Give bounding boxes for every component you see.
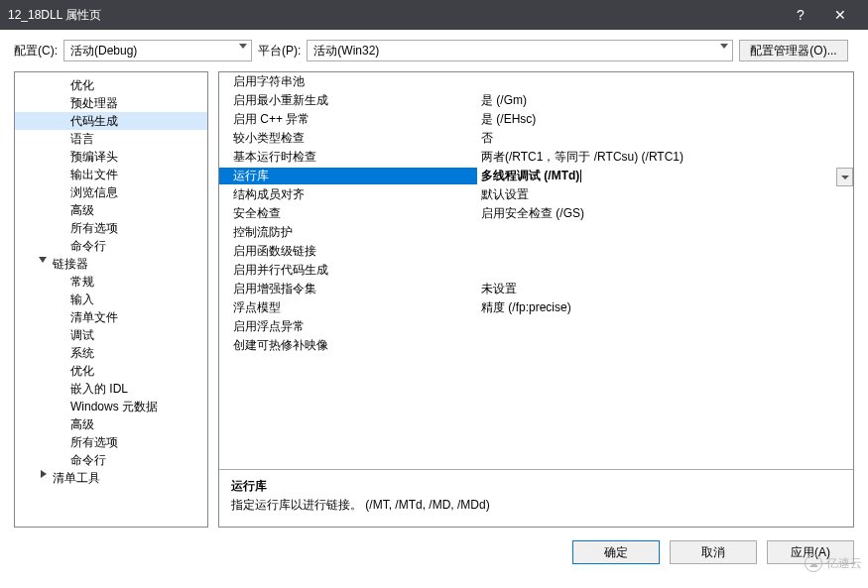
tree-item-label: 优化 xyxy=(70,78,94,92)
chevron-down-icon xyxy=(720,44,728,49)
config-toolbar: 配置(C): 活动(Debug) 平台(P): 活动(Win32) 配置管理器(… xyxy=(0,30,868,71)
dialog-footer: 确定 取消 应用(A) xyxy=(0,528,868,577)
tree-item[interactable]: 高级 xyxy=(15,415,207,433)
property-name: 启用最小重新生成 xyxy=(219,92,477,109)
tree-item-label: 嵌入的 IDL xyxy=(70,382,128,396)
property-row[interactable]: 启用增强指令集未设置 xyxy=(219,280,853,298)
ok-button[interactable]: 确定 xyxy=(572,540,660,564)
property-row[interactable]: 浮点模型精度 (/fp:precise) xyxy=(219,298,853,317)
property-name: 启用函数级链接 xyxy=(219,243,477,260)
platform-label: 平台(P): xyxy=(258,43,301,59)
property-value[interactable]: 精度 (/fp:precise) xyxy=(477,299,853,316)
property-row[interactable]: 创建可热修补映像 xyxy=(219,336,853,355)
category-tree[interactable]: 优化预处理器代码生成语言预编译头输出文件浏览信息高级所有选项命令行链接器常规输入… xyxy=(14,71,208,528)
property-value[interactable]: 是 (/Gm) xyxy=(477,92,853,109)
property-value[interactable]: 未设置 xyxy=(477,281,853,297)
caret-down-icon xyxy=(39,257,47,263)
tree-item[interactable]: 优化 xyxy=(15,76,207,94)
platform-value: 活动(Win32) xyxy=(313,43,710,59)
property-value[interactable]: 多线程调试 (/MTd) xyxy=(477,168,853,184)
tree-item[interactable]: 所有选项 xyxy=(15,433,207,451)
property-value[interactable]: 默认设置 xyxy=(477,186,853,203)
property-row[interactable]: 较小类型检查否 xyxy=(219,129,853,148)
apply-button[interactable]: 应用(A) xyxy=(767,540,854,564)
property-row[interactable]: 控制流防护 xyxy=(219,223,853,242)
property-row[interactable]: 启用字符串池 xyxy=(219,72,853,91)
config-value: 活动(Debug) xyxy=(70,43,229,59)
property-name: 启用 C++ 异常 xyxy=(219,111,477,128)
tree-item[interactable]: 代码生成 xyxy=(15,112,207,130)
config-dropdown[interactable]: 活动(Debug) xyxy=(63,40,252,61)
tree-item-label: 浏览信息 xyxy=(70,185,118,199)
property-name: 启用浮点异常 xyxy=(219,318,477,335)
tree-item[interactable]: 常规 xyxy=(15,273,207,291)
property-grid: 启用字符串池启用最小重新生成是 (/Gm)启用 C++ 异常是 (/EHsc)较… xyxy=(219,72,853,469)
tree-item[interactable]: 命令行 xyxy=(15,237,207,255)
tree-item-label: 高级 xyxy=(70,417,94,431)
tree-item-label: 清单工具 xyxy=(53,471,100,485)
config-label: 配置(C): xyxy=(14,43,58,59)
tree-item[interactable]: 预编译头 xyxy=(15,148,207,166)
property-name: 安全检查 xyxy=(219,205,477,222)
tree-item[interactable]: 高级 xyxy=(15,201,207,219)
tree-item-label: 预编译头 xyxy=(70,150,118,164)
help-button[interactable]: ? xyxy=(781,7,820,23)
property-name: 较小类型检查 xyxy=(219,130,477,147)
property-name: 运行库 xyxy=(219,168,477,184)
tree-item-label: Windows 元数据 xyxy=(70,400,158,413)
platform-dropdown[interactable]: 活动(Win32) xyxy=(307,40,733,61)
tree-item[interactable]: 命令行 xyxy=(15,451,207,469)
property-value[interactable]: 启用安全检查 (/GS) xyxy=(477,205,853,222)
property-value[interactable]: 否 xyxy=(477,130,853,147)
title-bar: 12_18DLL 属性页 ? ✕ xyxy=(0,0,868,30)
tree-item[interactable]: 清单文件 xyxy=(15,308,207,326)
property-value[interactable]: 是 (/EHsc) xyxy=(477,111,853,128)
tree-item-label: 链接器 xyxy=(53,257,88,271)
property-row[interactable]: 启用最小重新生成是 (/Gm) xyxy=(219,91,853,110)
tree-item[interactable]: 输出文件 xyxy=(15,166,207,183)
chevron-down-icon xyxy=(239,44,247,49)
property-row[interactable]: 启用并行代码生成 xyxy=(219,261,853,280)
property-row[interactable]: 安全检查启用安全检查 (/GS) xyxy=(219,204,853,223)
description-title: 运行库 xyxy=(231,478,841,495)
tree-item[interactable]: 系统 xyxy=(15,344,207,362)
tree-item[interactable]: 所有选项 xyxy=(15,219,207,237)
property-value[interactable]: 两者(/RTC1，等同于 /RTCsu) (/RTC1) xyxy=(477,149,853,166)
tree-item[interactable]: 调试 xyxy=(15,326,207,344)
tree-item[interactable]: 预处理器 xyxy=(15,94,207,112)
tree-item-label: 调试 xyxy=(70,328,94,342)
tree-item[interactable]: 语言 xyxy=(15,130,207,148)
tree-group[interactable]: 链接器 xyxy=(15,255,207,273)
tree-group[interactable]: 清单工具 xyxy=(15,469,207,487)
property-row[interactable]: 运行库多线程调试 (/MTd) xyxy=(219,167,853,185)
property-name: 结构成员对齐 xyxy=(219,186,477,203)
cancel-button[interactable]: 取消 xyxy=(670,540,757,564)
tree-item-label: 输出文件 xyxy=(70,168,118,181)
tree-item-label: 系统 xyxy=(70,346,94,360)
tree-item[interactable]: 嵌入的 IDL xyxy=(15,380,207,398)
close-button[interactable]: ✕ xyxy=(820,7,860,23)
tree-item-label: 高级 xyxy=(70,203,94,217)
tree-item-label: 命令行 xyxy=(70,453,106,467)
window-title: 12_18DLL 属性页 xyxy=(8,7,781,24)
dropdown-button[interactable] xyxy=(836,168,853,186)
tree-item[interactable]: 输入 xyxy=(15,291,207,308)
caret-right-icon xyxy=(41,470,47,478)
property-row[interactable]: 启用 C++ 异常是 (/EHsc) xyxy=(219,110,853,129)
property-row[interactable]: 启用浮点异常 xyxy=(219,317,853,336)
tree-item[interactable]: Windows 元数据 xyxy=(15,398,207,415)
tree-item-label: 常规 xyxy=(70,275,94,289)
property-name: 基本运行时检查 xyxy=(219,149,477,166)
config-manager-button[interactable]: 配置管理器(O)... xyxy=(739,40,847,61)
tree-item-label: 语言 xyxy=(70,132,94,146)
property-row[interactable]: 启用函数级链接 xyxy=(219,242,853,261)
tree-item[interactable]: 浏览信息 xyxy=(15,183,207,201)
description-body: 指定运行库以进行链接。 (/MT, /MTd, /MD, /MDd) xyxy=(231,497,841,514)
property-row[interactable]: 结构成员对齐默认设置 xyxy=(219,185,853,204)
property-name: 启用并行代码生成 xyxy=(219,262,477,279)
property-row[interactable]: 基本运行时检查两者(/RTC1，等同于 /RTCsu) (/RTC1) xyxy=(219,148,853,167)
tree-item-label: 所有选项 xyxy=(70,221,118,235)
tree-item[interactable]: 优化 xyxy=(15,362,207,380)
property-name: 启用字符串池 xyxy=(219,73,477,90)
tree-item-label: 优化 xyxy=(70,364,94,378)
